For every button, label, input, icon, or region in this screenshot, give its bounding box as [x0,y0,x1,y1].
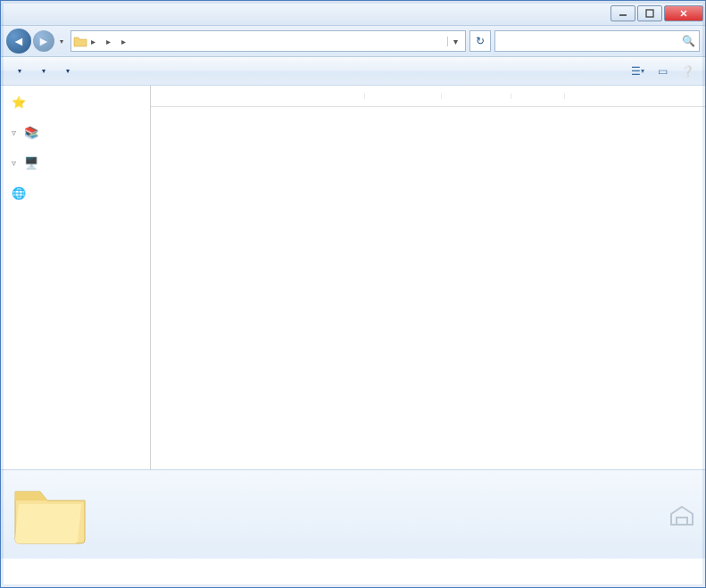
share-button[interactable]: ▾ [56,63,77,79]
view-button[interactable]: ☰ ▾ [627,61,648,82]
close-button[interactable] [664,5,703,21]
network-header[interactable]: 🌐 [1,184,150,202]
preview-pane-button[interactable]: ▭ [652,61,673,82]
chevron-right-icon: ▸ [106,37,111,46]
chevron-right-icon: ▸ [121,37,126,46]
nav-back-button[interactable]: ◄ [6,29,31,54]
minimize-button[interactable] [610,5,635,21]
folder-preview-icon [10,476,90,547]
chevron-right-icon: ▸ [91,37,96,46]
search-input[interactable] [499,35,682,47]
collapse-icon: ▿ [12,128,21,137]
svg-rect-1 [646,10,653,17]
file-list[interactable] [151,107,705,469]
col-date[interactable] [365,94,442,99]
content-area: ⭐ ▿ 📚 ▿ 🖥️ 🌐 [1,86,705,469]
nav-history-dropdown[interactable]: ▾ [56,37,67,46]
new-folder-button[interactable] [80,68,95,75]
titlebar [1,1,705,26]
help-button[interactable]: ❔ [677,61,698,82]
libraries-header[interactable]: ▿ 📚 [1,123,150,141]
col-type[interactable] [442,94,511,99]
col-name[interactable] [163,94,365,99]
navigation-sidebar[interactable]: ⭐ ▿ 📚 ▿ 🖥️ 🌐 [1,86,151,469]
refresh-button[interactable]: ↻ [469,30,491,52]
nav-arrows: ◄ ► ▾ [6,29,67,54]
favorites-header[interactable]: ⭐ [1,93,150,111]
maximize-button[interactable] [637,5,662,21]
col-size[interactable] [511,94,565,99]
watermark [669,505,698,526]
nav-forward-button[interactable]: ► [33,30,54,52]
collapse-icon: ▿ [12,158,21,168]
organize-button[interactable]: ▾ [8,63,29,79]
computer-icon: 🖥️ [24,155,38,170]
include-library-button[interactable]: ▾ [32,63,53,79]
computer-header[interactable]: ▿ 🖥️ [1,153,150,171]
address-dropdown[interactable]: ▾ [447,37,463,46]
star-icon: ⭐ [12,95,26,109]
navbar: ◄ ► ▾ ▸ ▸ ▸ ▾ ↻ 🔍 [1,26,705,57]
search-icon[interactable]: 🔍 [682,35,695,47]
column-headers[interactable] [151,86,705,107]
address-bar[interactable]: ▸ ▸ ▸ ▾ [71,30,466,52]
network-icon: 🌐 [12,186,26,200]
folder-icon [73,34,87,48]
search-box[interactable]: 🔍 [494,30,700,52]
status-bar [1,469,705,559]
toolbar: ▾ ▾ ▾ ☰ ▾ ▭ ❔ [1,57,705,86]
file-pane [151,86,705,469]
library-icon: 📚 [24,125,38,139]
